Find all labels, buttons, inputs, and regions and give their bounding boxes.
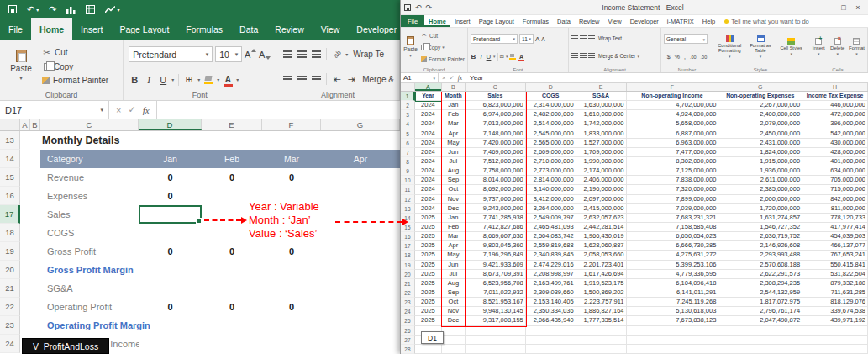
cancel-button[interactable]: × <box>116 105 121 115</box>
cell-D18[interactable]: 2,340,839,845 <box>526 251 576 260</box>
cell-C17[interactable]: 9,803,045,360 <box>466 241 526 251</box>
cell-D14[interactable]: 2,549,009,797 <box>526 214 576 223</box>
cell-C16[interactable]: 8,669,607,630 <box>466 232 526 241</box>
cell-C11[interactable]: 8,692,000,000 <box>466 185 526 194</box>
cell-F27[interactable] <box>627 336 719 345</box>
number-format-select[interactable]: General▾ <box>664 34 708 44</box>
cell-E19[interactable]: 2,201,723,401 <box>576 261 627 270</box>
cell-F28[interactable] <box>627 345 719 354</box>
cell-G23[interactable] <box>321 316 400 335</box>
align-left-icon[interactable] <box>571 53 578 59</box>
row-header-21[interactable]: 21 <box>401 279 415 288</box>
cell-A4[interactable]: 2024 <box>415 119 442 129</box>
cell-A19[interactable] <box>20 242 30 261</box>
cell-C15[interactable]: 7,412,827,686 <box>466 223 526 232</box>
cell-E13[interactable] <box>202 131 262 150</box>
cell-E23[interactable]: 2,223,757,911 <box>576 298 627 307</box>
row-header-16[interactable]: 16 <box>0 187 20 205</box>
cell-D3[interactable]: 2,482,000,000 <box>526 110 576 119</box>
row-header-24[interactable]: 24 <box>0 335 20 353</box>
column-header-C[interactable]: C <box>466 83 526 91</box>
percent-button[interactable]: % <box>675 54 680 60</box>
maximize-button[interactable]: □ <box>837 3 850 12</box>
cell-A13[interactable] <box>20 131 30 150</box>
cell-G22[interactable]: 2,544,132,959 <box>718 288 802 298</box>
cell-F24[interactable] <box>262 335 321 353</box>
cell-F6[interactable]: 6,963,000,000 <box>627 139 719 148</box>
cell-D21[interactable]: 2,163,499,761 <box>526 279 576 288</box>
cell-B13[interactable]: Dec <box>442 204 466 214</box>
cell-A21[interactable] <box>20 279 30 298</box>
cell-A17[interactable] <box>20 205 30 224</box>
row-header-13[interactable]: 13 <box>401 204 415 214</box>
cell-C21[interactable]: SG&A <box>40 279 139 298</box>
cell-F25[interactable]: 7,673,838,123 <box>627 316 719 325</box>
cell-H5[interactable]: 542,000,000 <box>802 129 868 139</box>
cell-H3[interactable]: 472,000,000 <box>802 110 868 119</box>
cell-E21[interactable] <box>202 279 262 298</box>
cell-A8[interactable]: 2024 <box>415 157 442 166</box>
cell-F10[interactable]: 7,838,000,000 <box>627 176 719 185</box>
cell-E24[interactable]: 1,886,827,164 <box>576 307 627 316</box>
cell-F9[interactable]: 7,125,000,000 <box>627 166 719 176</box>
cell-C28[interactable] <box>466 345 526 354</box>
row-header-18[interactable]: 18 <box>401 251 415 260</box>
tab-file[interactable]: File <box>401 15 424 27</box>
cell-F22[interactable]: 0 <box>262 298 321 316</box>
tab-data[interactable]: Data <box>553 15 575 27</box>
cell-B16[interactable]: Mar <box>442 232 466 241</box>
delete-cells-button[interactable]: Delete▾ <box>829 38 844 56</box>
cell-G20[interactable]: 2,622,291,573 <box>718 270 802 279</box>
cell-D17[interactable] <box>139 205 202 224</box>
row-header-21[interactable]: 21 <box>0 279 20 298</box>
cell-G19[interactable] <box>321 242 400 261</box>
cell-D14[interactable]: Jan <box>139 150 202 168</box>
name-box[interactable]: D17 ▾ <box>0 101 109 119</box>
cell-D2[interactable]: 2,314,000,000 <box>526 101 576 110</box>
paste-button[interactable]: Paste ▾ <box>403 29 418 65</box>
cell-E14[interactable]: Feb <box>202 150 262 168</box>
font-name-select[interactable]: Pretendard▾ <box>471 34 518 44</box>
cell-F26[interactable] <box>627 326 719 336</box>
cell-D21[interactable] <box>139 279 202 298</box>
cell-B13[interactable] <box>30 131 40 150</box>
cell-D25[interactable]: 2,066,435,940 <box>526 316 576 325</box>
cell-B25[interactable]: Dec <box>442 316 466 325</box>
cell-C25[interactable]: 9,317,008,155 <box>466 316 526 325</box>
increase-indent-button[interactable]: ⇥ <box>345 72 357 87</box>
cancel-button[interactable]: × <box>442 74 445 82</box>
row-header-17[interactable]: 17 <box>0 205 20 224</box>
row-header-28[interactable]: 28 <box>401 345 415 354</box>
cell-G2[interactable]: 2,267,000,000 <box>718 101 802 110</box>
tab-home[interactable]: Home <box>31 18 72 40</box>
column-header-C[interactable]: C <box>40 119 139 130</box>
borders-button[interactable]: ⊞ <box>183 72 195 87</box>
redo-icon[interactable]: ↷ <box>49 5 56 14</box>
cell-C13[interactable]: Monthly Details <box>40 131 139 150</box>
cell-A15[interactable]: 2025 <box>415 223 442 232</box>
cell-A22[interactable]: 2025 <box>415 288 442 298</box>
tab-review[interactable]: Review <box>266 18 312 40</box>
cell-B20[interactable] <box>30 261 40 279</box>
align-bottom-button[interactable] <box>310 47 322 61</box>
row-header-22[interactable]: 22 <box>401 288 415 298</box>
cut-button[interactable]: ✂Cut <box>42 46 108 59</box>
cell-D6[interactable]: 2,565,000,000 <box>526 139 576 148</box>
cell-E12[interactable]: 2,097,000,000 <box>576 195 627 204</box>
cell-H6[interactable]: 430,000,000 <box>802 139 868 148</box>
undo-icon[interactable]: ↶ <box>415 3 422 12</box>
cell-H11[interactable]: 715,000,000 <box>802 185 868 194</box>
cell-B24[interactable]: Nov <box>442 307 466 316</box>
tab-formulas[interactable]: Formulas <box>518 15 553 27</box>
cell-F11[interactable]: 7,320,000,000 <box>627 185 719 194</box>
close-button[interactable]: × <box>851 3 865 12</box>
cell-F4[interactable]: 5,658,000,000 <box>627 119 719 129</box>
underline-button[interactable]: U <box>486 53 492 61</box>
cell-B10[interactable]: Sep <box>442 176 466 185</box>
cell-G18[interactable] <box>321 224 400 242</box>
column-header-B[interactable]: B <box>30 119 40 130</box>
name-box[interactable]: A1 ▾ <box>401 73 439 82</box>
cell-C24[interactable]: 9,948,130,145 <box>466 307 526 316</box>
cell-D12[interactable]: 3,412,000,000 <box>526 195 576 204</box>
fill-color-icon[interactable] <box>509 54 516 60</box>
